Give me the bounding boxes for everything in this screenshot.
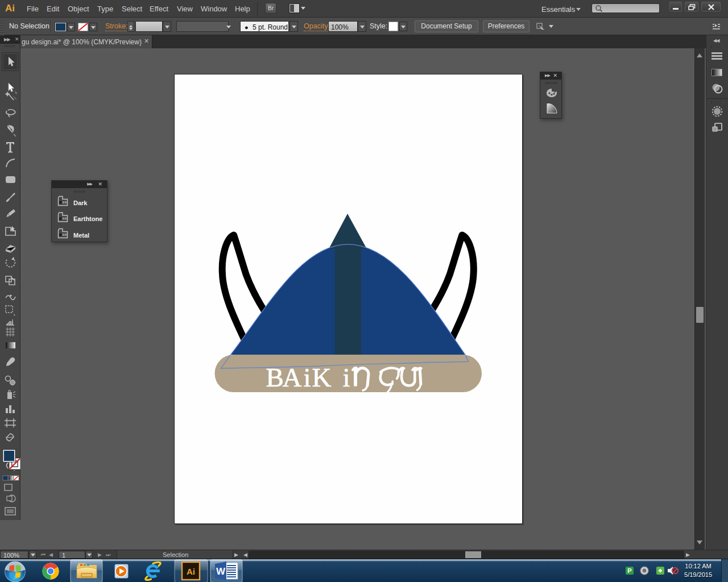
svg-text:Ai: Ai: [187, 567, 195, 576]
svg-text:i: i: [304, 363, 311, 392]
svg-text:i: i: [343, 363, 350, 392]
svg-text:W: W: [216, 566, 226, 577]
svg-text:A: A: [283, 363, 302, 392]
svg-text:P: P: [627, 567, 631, 574]
svg-text:K: K: [312, 363, 332, 392]
svg-text:B: B: [266, 363, 284, 392]
